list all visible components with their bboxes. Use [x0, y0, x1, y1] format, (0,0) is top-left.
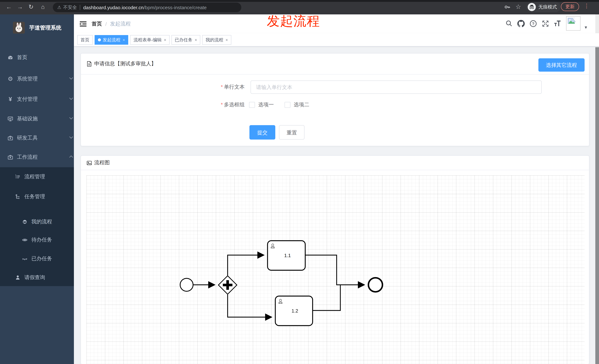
- not-secure-warning-icon: ⚠: [57, 5, 61, 10]
- sidebar-item-infrastructure[interactable]: 基础设施: [0, 109, 81, 129]
- tab-done-tasks[interactable]: 已办任务 ×: [171, 35, 201, 44]
- user-icon: [15, 275, 21, 280]
- sidebar-item-system[interactable]: ⚙ 系统管理: [0, 69, 81, 89]
- browser-chrome: ← → ↻ ⌂ ⚠ 不安全 dashboard.yudao.iocoder.cn…: [0, 0, 599, 14]
- flow-task2-to-end: [313, 285, 340, 311]
- checkbox-option-2[interactable]: 选项二: [284, 102, 309, 108]
- sidebar-item-payment[interactable]: ¥ 支付管理: [0, 89, 81, 109]
- apply-info-title: 申请信息【测试多审批人】: [94, 60, 156, 67]
- breadcrumb-current: 发起流程: [110, 20, 131, 27]
- checkbox-option-1[interactable]: 选项一: [249, 102, 274, 108]
- sidebar-item-label: 我的流程: [31, 219, 52, 225]
- svg-text:?: ?: [532, 21, 534, 26]
- chevron-down-icon: [69, 77, 73, 80]
- avatar-caret-icon[interactable]: ▼: [584, 25, 588, 30]
- bpmn-canvas[interactable]: 1.1 1.2: [87, 175, 585, 364]
- sidebar-item-label: 已办任务: [31, 255, 52, 262]
- monitor-icon: [7, 116, 13, 122]
- submit-button[interactable]: 提交: [249, 125, 275, 140]
- screenshot-annotation: 发起流程: [267, 13, 320, 30]
- browser-menu-icon[interactable]: ⋮: [584, 3, 589, 9]
- fullscreen-icon[interactable]: [542, 20, 549, 27]
- chevron-up-icon: [69, 155, 73, 158]
- browser-home-icon[interactable]: ⌂: [38, 3, 47, 11]
- toolbox-icon: [7, 135, 13, 141]
- tab-label: 已办任务: [175, 35, 193, 44]
- scrollbar-thumb[interactable]: [595, 47, 599, 364]
- sidebar-item-dev-tools[interactable]: 研发工具: [0, 128, 81, 148]
- browser-reload-icon[interactable]: ↻: [26, 3, 35, 11]
- app-logo: [13, 22, 25, 34]
- start-event[interactable]: [180, 278, 193, 291]
- chevron-down-icon: [69, 136, 73, 139]
- select-other-process-button[interactable]: 选择其它流程: [538, 58, 585, 72]
- reset-button[interactable]: 重置: [279, 125, 305, 140]
- sidebar-item-label: 流程管理: [24, 174, 45, 180]
- sidebar-item-label: 首页: [17, 54, 27, 61]
- key-icon[interactable]: [504, 4, 511, 10]
- sidebar-logo-row[interactable]: 芋道管理系统: [0, 17, 74, 38]
- tags-view-bar: 首页 发起流程 × 流程表单-编辑 × 已办任务 × 我的流程 ×: [74, 33, 599, 47]
- sidebar: 芋道管理系统 首页 ⚙ 系统管理 ¥ 支付管理 基础设施: [0, 14, 74, 364]
- incognito-badge: 无痕模式: [526, 2, 561, 12]
- address-bar[interactable]: ⚠ 不安全 dashboard.yudao.iocoder.cn /bpm/pr…: [53, 3, 241, 12]
- close-tab-icon[interactable]: ×: [164, 35, 166, 44]
- close-tab-icon[interactable]: ×: [123, 35, 125, 44]
- sidebar-item-label: 系统管理: [17, 76, 38, 82]
- apply-info-card-header: 申请信息【测试多审批人】 选择其它流程: [81, 53, 589, 75]
- sidebar-toggle-icon[interactable]: [79, 20, 87, 28]
- task-label: 1.2: [291, 308, 298, 313]
- single-line-input[interactable]: [251, 80, 542, 94]
- flow-card-header: 流程图: [81, 156, 589, 170]
- tab-label: 我的流程: [206, 35, 223, 44]
- tab-process-form-edit[interactable]: 流程表单-编辑 ×: [130, 35, 170, 44]
- tab-start-process[interactable]: 发起流程 ×: [95, 35, 128, 44]
- end-event[interactable]: [368, 278, 382, 292]
- bpmn-diagram: 1.1 1.2: [87, 175, 585, 364]
- url-separator: [80, 5, 80, 10]
- checkbox-icon[interactable]: [249, 102, 255, 108]
- chevron-down-icon: [69, 117, 73, 120]
- tab-label: 流程表单-编辑: [133, 35, 162, 44]
- github-icon[interactable]: [517, 20, 525, 27]
- document-icon: [87, 61, 92, 67]
- sidebar-item-label: 工作流程: [17, 154, 38, 161]
- checkbox-group-label: *多选框组: [81, 102, 245, 108]
- bookmark-star-icon[interactable]: ☆: [515, 3, 521, 11]
- flow-task1-to-end: [305, 255, 364, 285]
- browser-update-button[interactable]: 更新: [561, 2, 579, 11]
- close-tab-icon[interactable]: ×: [195, 35, 197, 44]
- breadcrumb-separator: /: [105, 21, 107, 27]
- checkbox-icon[interactable]: [284, 102, 291, 108]
- incognito-label: 无痕模式: [538, 4, 557, 10]
- active-tab-dot: [98, 38, 101, 41]
- browser-back-icon[interactable]: ←: [4, 3, 13, 11]
- sidebar-item-label: 任务管理: [24, 194, 45, 200]
- app-title: 芋道管理系统: [29, 24, 61, 31]
- list-icon: [15, 174, 21, 180]
- font-size-icon[interactable]: [554, 20, 561, 27]
- sidebar-item-label: 研发工具: [17, 135, 38, 141]
- parallel-gateway[interactable]: [218, 276, 237, 294]
- url-path: /bpm/process-instance/create: [144, 5, 207, 10]
- user-task-1-1[interactable]: 1.1: [268, 241, 305, 270]
- search-icon[interactable]: [505, 20, 513, 27]
- browser-forward-icon[interactable]: →: [16, 3, 24, 11]
- tab-home[interactable]: 首页: [77, 35, 93, 44]
- avatar[interactable]: [566, 16, 581, 31]
- user-task-1-2[interactable]: 1.2: [275, 296, 313, 326]
- breadcrumb: 首页 / 发起流程: [92, 14, 131, 33]
- eye-icon: [22, 237, 28, 243]
- sidebar-item-label: 待办任务: [31, 237, 52, 243]
- browser-update-label: 更新: [565, 3, 575, 10]
- breadcrumb-home[interactable]: 首页: [92, 20, 102, 27]
- sidebar-item-home[interactable]: 首页: [0, 48, 81, 68]
- help-icon[interactable]: ?: [529, 20, 537, 27]
- window-top-strip: [0, 0, 599, 2]
- not-secure-label: 不安全: [63, 4, 77, 10]
- tab-my-process[interactable]: 我的流程 ×: [202, 35, 231, 44]
- close-tab-icon[interactable]: ×: [226, 35, 228, 44]
- sidebar-item-label: 支付管理: [17, 96, 38, 103]
- sidebar-item-workflow[interactable]: 工作流程: [0, 147, 81, 167]
- briefcase-icon: [7, 154, 13, 160]
